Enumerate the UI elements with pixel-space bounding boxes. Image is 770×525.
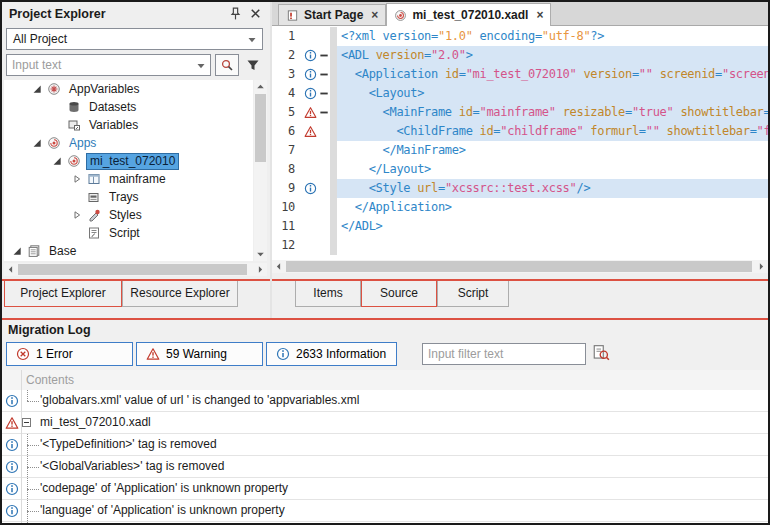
scrollbar-thumb[interactable] (255, 94, 266, 162)
tab-start-page[interactable]: Start Page × (278, 4, 386, 25)
expander-collapsed-icon[interactable] (72, 174, 86, 184)
error-filter-button[interactable]: 1 Error (6, 342, 133, 366)
tab-project-explorer[interactable]: Project Explorer (4, 281, 122, 307)
scroll-right-icon[interactable] (756, 261, 767, 272)
tree-item-apps[interactable]: Apps (4, 134, 253, 152)
info-icon[interactable] (302, 84, 318, 103)
close-icon[interactable]: × (371, 8, 378, 22)
log-message: 'globalvars.xml' value of url ' is chang… (40, 393, 764, 407)
tree-horizontal-scrollbar[interactable] (4, 263, 267, 276)
script-icon (87, 226, 102, 240)
code-line[interactable]: 2<ADL version="2.0"> (272, 46, 768, 65)
code-line[interactable]: 1<?xml version="1.0" encoding="utf-8"?> (272, 27, 768, 46)
log-row[interactable]: '<GlobalVariables>' tag is removed (2, 456, 768, 478)
tree-item-label: Variables (86, 118, 141, 133)
editor-view-tab-bar: Items Source Script (272, 279, 768, 309)
code-line[interactable]: 4 <Layout> (272, 84, 768, 103)
log-search-icon[interactable] (592, 344, 610, 362)
tree-item-script[interactable]: Script (4, 224, 253, 242)
expander-expanded-icon[interactable] (12, 246, 26, 256)
tree-search-button[interactable] (215, 54, 239, 76)
info-icon[interactable] (302, 46, 318, 65)
scroll-left-icon[interactable] (273, 261, 284, 272)
scrollbar-thumb[interactable] (18, 264, 247, 275)
tree-item-mainframe[interactable]: mainframe (4, 170, 253, 188)
expander-expanded-icon[interactable] (32, 84, 46, 94)
tab-label: mi_test_072010.xadl (412, 8, 528, 22)
tree-item-styles[interactable]: Styles (4, 206, 253, 224)
warning-icon[interactable] (302, 122, 318, 141)
info-icon[interactable] (302, 65, 318, 84)
log-filter-input[interactable] (423, 344, 585, 364)
tab-mi-test-072010-xadl[interactable]: mi_test_072010.xadl × (386, 3, 551, 26)
fold-collapse-icon[interactable] (318, 103, 330, 122)
warning-filter-button[interactable]: 59 Warning (136, 342, 263, 366)
fold-spacer (318, 27, 330, 46)
gutter-strip (330, 179, 337, 198)
code-line[interactable]: 6 <ChildFrame id="childframe" formurl=""… (272, 122, 768, 141)
close-icon[interactable] (248, 6, 263, 21)
code-text: </ADL> (337, 217, 768, 236)
fold-collapse-icon[interactable] (318, 84, 330, 103)
code-line[interactable]: 5 <MainFrame id="mainframe" resizable="t… (272, 103, 768, 122)
scroll-left-icon[interactable] (5, 264, 16, 275)
code-area[interactable]: 1<?xml version="1.0" encoding="utf-8"?>2… (272, 26, 768, 260)
info-icon (5, 504, 19, 518)
code-line[interactable]: 10 </Application> (272, 198, 768, 217)
code-text: <Application id="mi_test_072010" version… (337, 65, 768, 84)
app-icon (47, 136, 62, 150)
tree-item-trays[interactable]: Trays (4, 188, 253, 206)
code-line[interactable]: 8 </Layout> (272, 160, 768, 179)
fold-collapse-icon[interactable] (318, 65, 330, 84)
tree-search-input[interactable] (7, 55, 210, 75)
log-row[interactable]: 'language' of 'Application' is unknown p… (2, 500, 768, 522)
expander-spacer (52, 120, 66, 130)
expander-expanded-icon[interactable] (32, 138, 46, 148)
tree-item-label: Script (106, 226, 143, 241)
expander-expanded-icon[interactable] (52, 156, 66, 166)
tree-item-datasets[interactable]: Datasets (4, 98, 253, 116)
migration-log-panel: Migration Log 1 Error 59 Warning 2633 In… (2, 318, 768, 523)
tree-item-base[interactable]: Base (4, 242, 253, 260)
log-row[interactable]: mi_test_072010.xadl (2, 412, 768, 434)
tree-vertical-scrollbar[interactable] (254, 80, 267, 261)
log-row[interactable]: 'globalvars.xml' value of url ' is chang… (2, 390, 768, 412)
project-filter-combobox[interactable]: All Project (6, 28, 263, 50)
code-line[interactable]: 12 (272, 236, 768, 255)
close-icon[interactable]: × (536, 8, 543, 22)
scrollbar-thumb[interactable] (286, 261, 752, 272)
editor-horizontal-scrollbar[interactable] (272, 260, 768, 273)
tree-item-appvariables[interactable]: AppVariables (4, 80, 253, 98)
scroll-up-icon[interactable] (255, 81, 266, 92)
pin-icon[interactable] (228, 6, 243, 21)
gutter-strip (330, 27, 337, 46)
start-page-icon (286, 9, 299, 22)
scroll-down-icon[interactable] (255, 249, 266, 260)
code-line[interactable]: 3 <Application id="mi_test_072010" versi… (272, 65, 768, 84)
code-line[interactable]: 7 </MainFrame> (272, 141, 768, 160)
information-filter-button[interactable]: 2633 Information (266, 342, 397, 366)
scroll-right-icon[interactable] (255, 264, 266, 275)
info-icon[interactable] (302, 179, 318, 198)
tree-search-combobox[interactable] (6, 54, 211, 76)
tree-filter-button[interactable] (243, 54, 263, 76)
fold-collapse-icon[interactable] (318, 46, 330, 65)
warning-filter-label: 59 Warning (166, 347, 227, 361)
warning-icon[interactable] (302, 103, 318, 122)
tab-script[interactable]: Script (437, 281, 509, 307)
tab-source[interactable]: Source (361, 281, 437, 307)
log-row[interactable]: 'codepage' of 'Application' is unknown p… (2, 478, 768, 500)
chevron-down-icon[interactable] (196, 62, 206, 70)
expander-collapsed-icon[interactable] (72, 210, 86, 220)
log-row[interactable]: 'mainframeurl' of 'Application' is unkno… (2, 522, 768, 523)
tree-item-mi-test-072010[interactable]: mi_test_072010 (4, 152, 253, 170)
chevron-down-icon[interactable] (247, 36, 257, 44)
tab-resource-explorer[interactable]: Resource Explorer (122, 281, 238, 307)
tree-item-variables[interactable]: Variables (4, 116, 253, 134)
code-line[interactable]: 11</ADL> (272, 217, 768, 236)
tab-items[interactable]: Items (295, 281, 361, 307)
collapse-toggle-icon[interactable] (22, 418, 31, 427)
code-line[interactable]: 9 <Style url="xcssrc::test.xcss"/> (272, 179, 768, 198)
log-row[interactable]: '<TypeDefinition>' tag is removed (2, 434, 768, 456)
fold-spacer (318, 179, 330, 198)
